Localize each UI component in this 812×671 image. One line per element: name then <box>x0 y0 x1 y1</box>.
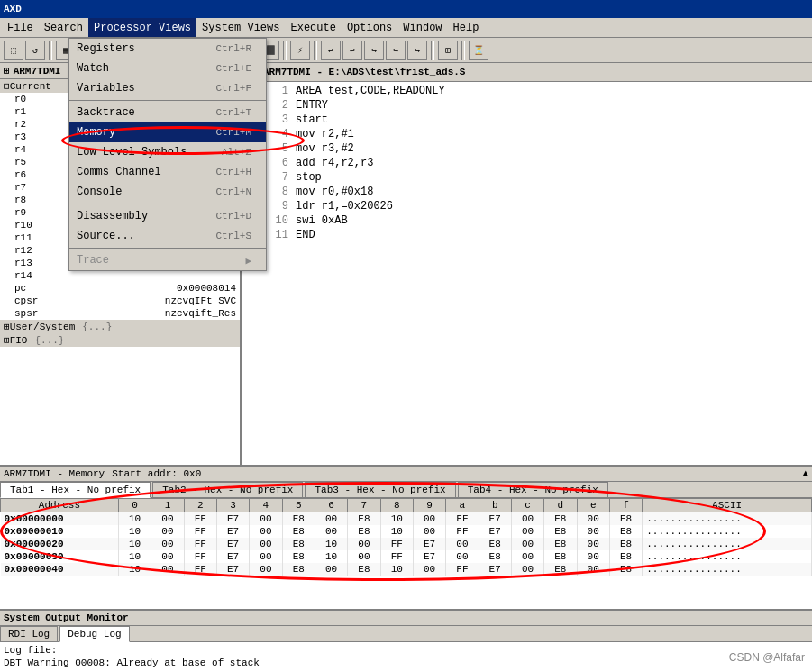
register-row-r14[interactable]: r14 <box>0 269 240 282</box>
memory-cell-4-4: 00 <box>250 563 282 576</box>
memory-addr-3: 0x00000030 <box>1 550 119 563</box>
toolbar-btn-20[interactable]: ⏳ <box>469 41 488 60</box>
memory-cell-4-13: E8 <box>544 563 577 576</box>
memory-ascii-3: ................ <box>643 550 812 563</box>
toolbar-btn-2[interactable]: ↺ <box>25 41 45 60</box>
memory-content[interactable]: Address0123456789abcdefASCII 0x000000001… <box>0 498 812 609</box>
toolbar-btn-15[interactable]: ↩ <box>342 41 362 60</box>
memory-cell-3-10: 00 <box>446 550 479 563</box>
toolbar-btn-1[interactable]: ⬚ <box>4 41 23 60</box>
code-line-8: 8 mov r0,#0x18 <box>243 185 810 199</box>
code-content-8: mov r0,#0x18 <box>296 186 373 198</box>
memory-table-header: Address0123456789abcdefASCII <box>1 499 812 512</box>
memory-addr-0: 0x00000000 <box>1 512 119 526</box>
code-line-3: 3start <box>243 113 810 127</box>
memory-ascii-0: ................ <box>643 512 812 526</box>
dropdown-item-comms[interactable]: Comms Channel Ctrl+H <box>69 162 266 182</box>
dropdown-item-console[interactable]: Console Ctrl+N <box>69 182 266 202</box>
memory-cell-0-6: 00 <box>315 512 347 526</box>
section-label-fio: FIO <box>10 335 28 346</box>
memory-cell-3-11: E8 <box>479 550 511 563</box>
memory-col-ASCII: ASCII <box>643 499 812 512</box>
toolbar-sep-5 <box>431 41 434 60</box>
memory-addr-1: 0x00000010 <box>1 525 119 538</box>
system-tab-rdi[interactable]: RDI Log <box>0 626 58 641</box>
dropdown-item-variables[interactable]: Variables Ctrl+F <box>69 78 266 98</box>
memory-cell-2-12: 00 <box>511 538 543 550</box>
memory-cell-4-11: E7 <box>479 563 511 576</box>
code-content-3: start <box>296 113 328 126</box>
memory-ascii-1: ................ <box>643 525 812 538</box>
memory-tab-1[interactable]: Tab1 - Hex - No prefix <box>0 482 151 498</box>
memory-cell-2-4: 00 <box>250 538 282 550</box>
memory-cell-2-14: 00 <box>577 538 609 550</box>
dropdown-item-registers[interactable]: Registers Ctrl+R <box>69 39 266 59</box>
memory-col-1: 1 <box>151 499 184 512</box>
reg-name-r14: r14 <box>14 270 59 281</box>
menu-help[interactable]: Help <box>448 18 485 37</box>
toolbar-btn-13[interactable]: ⚡ <box>290 41 310 60</box>
memory-cell-3-13: E8 <box>544 550 577 563</box>
memory-cell-1-1: 00 <box>151 525 184 538</box>
dropdown-item-low-level[interactable]: Low Level Symbols Alt+Z <box>69 142 266 162</box>
memory-cell-1-6: 00 <box>315 525 347 538</box>
memory-cell-2-1: 00 <box>151 538 184 550</box>
register-section-fio[interactable]: ⊞ FIO {...} <box>0 333 240 347</box>
code-content[interactable]: 1 AREA test,CODE,READONLY2 ENTRY3start4 … <box>242 82 812 465</box>
menu-file[interactable]: File <box>2 18 39 37</box>
menu-window[interactable]: Window <box>397 18 447 37</box>
memory-col-d: d <box>544 499 577 512</box>
menu-processor-views[interactable]: Processor Views <box>88 18 196 37</box>
toolbar-btn-14[interactable]: ↩ <box>321 41 341 60</box>
memory-addr-2: 0x00000020 <box>1 538 119 550</box>
register-row-spsr[interactable]: spsrnzcvqift_Res <box>0 307 240 320</box>
toolbar-btn-16[interactable]: ↪ <box>364 41 384 60</box>
menu-search[interactable]: Search <box>39 18 88 37</box>
dropdown-item-source[interactable]: Source... Ctrl+S <box>69 226 266 246</box>
menu-options[interactable]: Options <box>342 18 397 37</box>
dropdown-item-disassembly[interactable]: Disassembly Ctrl+D <box>69 206 266 226</box>
menu-system-views[interactable]: System Views <box>196 18 285 37</box>
memory-cell-3-7: 00 <box>348 550 380 563</box>
memory-table: Address0123456789abcdefASCII 0x000000001… <box>0 498 812 576</box>
log-message: DBT Warning 00008: Already at base of st… <box>4 657 808 669</box>
fio-value: {...} <box>34 335 64 346</box>
reg-value-cpsr: nzcvqIFt_SVC <box>165 295 236 306</box>
register-row-cpsr[interactable]: cpsrnzcvqIFt_SVC <box>0 295 240 307</box>
reg-name-spsr: spsr <box>14 308 59 319</box>
code-line-10: →10 swi 0xAB <box>243 213 810 228</box>
memory-cell-0-13: E8 <box>544 512 577 526</box>
memory-row-4: 0x000000401000FFE700E800E81000FFE700E800… <box>1 563 812 576</box>
dropdown-sep-2 <box>69 204 266 204</box>
dropdown-item-backtrace[interactable]: Backtrace Ctrl+T <box>69 103 266 122</box>
memory-cell-1-2: FF <box>184 525 216 538</box>
memory-cell-0-10: FF <box>446 512 479 526</box>
memory-tab-4[interactable]: Tab4 - Hex - No prefix <box>458 482 608 497</box>
memory-tab-3[interactable]: Tab3 - Hex - No prefix <box>305 482 455 497</box>
register-section-user[interactable]: ⊞ User/System {...} <box>0 320 240 333</box>
memory-start-addr: Start addr: 0x0 <box>112 468 201 479</box>
memory-row-0: 0x000000001000FFE700E800E81000FFE700E800… <box>1 512 812 526</box>
memory-cell-3-3: E7 <box>216 550 249 563</box>
dropdown-item-memory[interactable]: Memory Ctrl+M <box>69 122 266 142</box>
code-content-5: mov r3,#2 <box>296 142 354 155</box>
toolbar-btn-18[interactable]: ↪ <box>407 41 427 60</box>
memory-cell-4-12: 00 <box>511 563 543 576</box>
memory-tab-2[interactable]: Tab2 - Hex - No prefix <box>152 482 303 497</box>
system-tab-debug[interactable]: Debug Log <box>59 626 129 642</box>
memory-cell-3-14: 00 <box>577 550 609 563</box>
reg-name-r8: r8 <box>14 195 59 205</box>
dropdown-item-watch[interactable]: Watch Ctrl+E <box>69 59 266 78</box>
dropdown-item-trace[interactable]: Trace ▶ <box>69 250 266 270</box>
toolbar-btn-19[interactable]: ⊞ <box>438 41 458 60</box>
toolbar-btn-17[interactable]: ↪ <box>386 41 406 60</box>
memory-scroll-up[interactable]: ▲ <box>802 468 808 479</box>
bottom-area: ARM7TDMI - Memory Start addr: 0x0 ▲ Tab1… <box>0 467 812 671</box>
memory-cell-2-5: E8 <box>282 538 315 550</box>
menu-execute[interactable]: Execute <box>285 18 341 37</box>
reg-name-r10: r10 <box>14 220 59 231</box>
memory-row-1: 0x000000101000FFE700E800E81000FFE700E800… <box>1 525 812 538</box>
memory-col-0: 0 <box>118 499 151 512</box>
reg-name-r13: r13 <box>14 258 59 268</box>
register-row-pc[interactable]: pc0x00008014 <box>0 282 240 295</box>
